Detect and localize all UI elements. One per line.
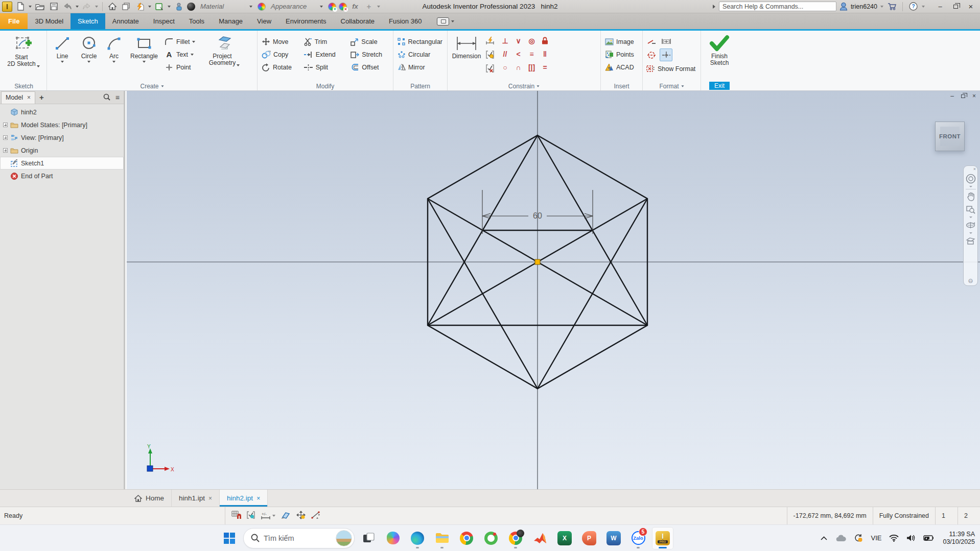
tab-3d-model[interactable]: 3D Model (28, 13, 71, 29)
clear-appearance-button[interactable]: × (339, 3, 347, 11)
smooth-constraint-button[interactable]: ∩ (512, 61, 525, 74)
zoom-window-button[interactable] (965, 204, 976, 215)
copy-button[interactable]: Copy (260, 48, 301, 61)
graphics-canvas[interactable]: 60 Y X – × (127, 91, 980, 489)
window-close-button[interactable]: × (964, 2, 978, 12)
battery-tray-button[interactable] (923, 533, 934, 543)
dimension-value-text[interactable]: 60 (533, 211, 542, 220)
search-highlight-image[interactable] (336, 530, 352, 546)
tree-item-view[interactable]: View: [Primary] (0, 131, 124, 144)
excel-button[interactable]: X (554, 527, 575, 549)
browser-tab-close-icon[interactable]: × (27, 94, 31, 101)
sketch-center-point[interactable] (535, 259, 540, 265)
rotate-button[interactable]: Rotate (260, 61, 301, 74)
language-indicator[interactable]: VIE (871, 534, 881, 542)
trim-button[interactable]: Trim (301, 35, 348, 48)
open-button[interactable] (34, 2, 45, 12)
dimension-button[interactable]: Dimension (450, 33, 483, 61)
coincident-constraint-button[interactable]: ∨ (512, 34, 525, 47)
symmetric-constraint-button[interactable]: [|] (525, 61, 538, 74)
sync-tray-button[interactable] (853, 533, 864, 543)
tab-manage[interactable]: Manage (212, 13, 250, 29)
expand-icon[interactable] (3, 135, 8, 140)
new-file-dropdown[interactable] (29, 6, 32, 8)
relax-mode-button[interactable] (311, 511, 321, 521)
inventor-taskbar-button[interactable]: I PRO (652, 527, 673, 549)
taskbar-clock[interactable]: 11:39 SA 03/10/2025 (941, 531, 975, 546)
group-footer-create[interactable]: Create (47, 83, 257, 90)
display-options-button[interactable] (437, 13, 454, 29)
store-cart-button[interactable] (886, 2, 898, 12)
save-button[interactable] (48, 2, 59, 12)
undo-button[interactable] (62, 2, 73, 12)
orbit-caret[interactable] (969, 232, 972, 234)
degrees-of-freedom-button[interactable] (296, 511, 306, 521)
tangent-constraint-button[interactable]: < (512, 47, 525, 60)
view-cube-front-face[interactable]: FRONT (939, 133, 961, 139)
insert-points-button[interactable]: Points (603, 48, 640, 61)
onedrive-tray-button[interactable] (836, 533, 846, 543)
parameters-button[interactable]: fx (349, 2, 361, 12)
dimension-display-button[interactable]: +/- (261, 512, 275, 520)
window-restore-button[interactable] (948, 2, 963, 12)
doc-tab-hinh1-close-icon[interactable]: × (208, 495, 212, 502)
redo-button[interactable] (81, 2, 92, 12)
help-button[interactable]: ? (907, 2, 919, 12)
sketch-only-button[interactable] (645, 35, 658, 47)
tab-environments[interactable]: Environments (278, 13, 333, 29)
steering-wheel-caret[interactable] (969, 186, 972, 187)
smooth-circle-constraint-button[interactable]: ○ (499, 61, 511, 74)
driven-dimension-button[interactable] (660, 35, 672, 47)
user-dropdown[interactable] (880, 6, 883, 8)
navbar-close-icon[interactable]: × (973, 167, 976, 172)
copy-screen-button[interactable] (121, 2, 132, 12)
grid-snap-button[interactable] (231, 511, 241, 521)
redo-dropdown[interactable] (95, 6, 98, 8)
group-footer-format[interactable]: Format (643, 83, 701, 90)
inventor-app-icon[interactable]: I (2, 2, 12, 12)
browser-search-icon[interactable] (103, 93, 110, 101)
tab-inspect[interactable]: Inspect (146, 13, 182, 29)
constraint-settings-button[interactable] (483, 48, 496, 61)
tab-sketch[interactable]: Sketch (71, 13, 105, 29)
doc-restore-button[interactable] (961, 94, 965, 98)
tree-item-end-of-part[interactable]: End of Part (0, 170, 124, 182)
text-button[interactable]: A Text (162, 48, 206, 61)
pan-button[interactable] (965, 191, 976, 202)
doc-tab-hinh1[interactable]: hinh1.ipt × (172, 490, 220, 507)
task-view-button[interactable] (358, 527, 379, 549)
taskbar-search-input[interactable] (264, 534, 320, 542)
browser-menu-icon[interactable]: ≡ (115, 93, 120, 102)
doc-tab-home[interactable]: Home (127, 490, 172, 507)
zalo-button[interactable]: Zalo 5 (627, 527, 649, 549)
measure-button[interactable] (154, 2, 165, 12)
steering-wheel-button[interactable] (965, 173, 976, 184)
help-search-input[interactable] (719, 2, 836, 11)
look-at-button[interactable] (965, 235, 976, 247)
tab-tools[interactable]: Tools (182, 13, 212, 29)
tray-expand-button[interactable] (819, 533, 829, 543)
coccoc-button[interactable] (480, 527, 502, 549)
project-geometry-button[interactable]: Project Geometry (206, 33, 242, 68)
file-explorer-button[interactable] (431, 527, 453, 549)
collinear-constraint-button[interactable]: ≡ (525, 47, 538, 60)
rectangle-button[interactable]: Rectangle (126, 33, 162, 64)
line-button[interactable]: Line (49, 33, 76, 64)
tab-file[interactable]: File (0, 13, 28, 29)
window-minimize-button[interactable]: – (933, 2, 947, 12)
undo-dropdown[interactable] (76, 6, 79, 8)
chrome-button[interactable] (456, 527, 477, 549)
navbar-collapse-icon[interactable]: ⊖ (968, 278, 973, 283)
split-button[interactable]: Split (301, 61, 348, 74)
tree-item-model-states[interactable]: Model States: [Primary] (0, 118, 124, 131)
equal-constraint-button[interactable]: = (539, 61, 551, 74)
parallel-constraint-button[interactable]: // (499, 47, 511, 60)
zoom-caret[interactable] (969, 217, 972, 218)
word-button[interactable]: W (603, 527, 624, 549)
show-constraints-button[interactable] (483, 62, 496, 75)
matlab-button[interactable] (529, 527, 551, 549)
rectangular-pattern-button[interactable]: Rectangular (395, 35, 445, 48)
new-file-button[interactable] (15, 2, 26, 12)
customize-plus-button[interactable]: + (363, 2, 375, 12)
expand-icon[interactable] (3, 148, 8, 153)
